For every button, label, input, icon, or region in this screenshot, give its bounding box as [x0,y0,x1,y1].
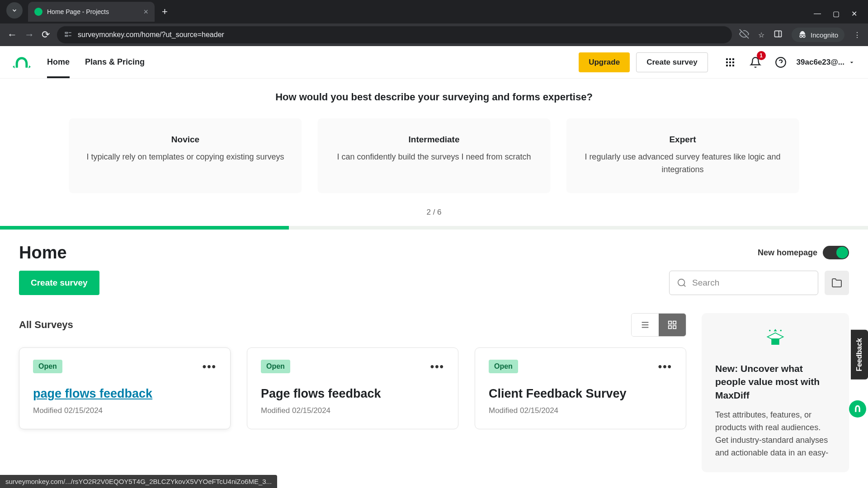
svg-rect-14 [729,61,731,63]
minimize-icon[interactable]: — [814,9,821,18]
survey-card[interactable]: Open ••• Client Feedback Survey Modified… [475,347,686,429]
tab-title: Home Page - Projects [47,8,139,15]
survey-modified: Modified 02/15/2024 [489,406,672,415]
search-icon [677,278,687,288]
promo-title: New: Uncover what people value most with… [715,362,835,402]
survey-card[interactable]: Open ••• Page flows feedback Modified 02… [247,347,458,429]
eye-off-icon[interactable] [739,29,749,41]
svg-point-7 [800,35,802,38]
survey-card[interactable]: Open ••• page flows feedback Modified 02… [19,347,231,429]
svg-rect-29 [673,326,676,328]
site-settings-icon[interactable] [64,30,72,40]
more-icon[interactable]: ••• [430,360,444,373]
svg-rect-27 [673,321,676,324]
status-badge: Open [33,360,62,373]
feedback-badge-icon[interactable] [849,400,866,418]
help-icon[interactable] [771,53,790,72]
svg-point-32 [780,330,782,332]
grid-view-button[interactable] [659,314,686,336]
maximize-icon[interactable]: ▢ [833,9,840,18]
svg-rect-10 [726,58,728,60]
forward-button[interactable]: → [24,29,34,41]
progress-bar [0,226,868,230]
svg-rect-12 [732,58,734,60]
toggle-label: New homepage [758,248,817,258]
feedback-tab[interactable]: Feedback [851,330,868,380]
create-survey-button[interactable]: Create survey [19,271,99,295]
svg-rect-0 [65,32,67,33]
bookmark-icon[interactable]: ☆ [758,31,764,39]
user-label: 39ac6e23@... [797,58,844,67]
nav-home[interactable]: Home [47,47,70,78]
svg-rect-1 [65,35,67,36]
browser-menu-icon[interactable]: ⋮ [854,31,861,39]
incognito-indicator[interactable]: Incognito [792,28,844,42]
url-text: surveymonkey.com/home/?ut_source=header [78,31,224,39]
browser-status-bar: surveymonkey.com/.../rsYO2R2V0EQOY5T4G_2… [0,475,277,488]
survey-modified: Modified 02/15/2024 [261,406,444,415]
svg-rect-15 [732,61,734,63]
back-button[interactable]: ← [7,29,17,41]
view-toggle [631,313,686,337]
folder-button[interactable] [825,271,849,295]
tab-favicon [34,8,42,16]
step-indicator: 2 / 6 [0,208,868,217]
tab-search-button[interactable] [6,2,23,19]
create-survey-button-top[interactable]: Create survey [636,52,708,72]
svg-rect-11 [729,58,731,60]
notifications-icon[interactable]: 1 [746,53,765,72]
svg-rect-28 [669,326,671,328]
promo-panel: New: Uncover what people value most with… [702,313,849,472]
apps-grid-icon[interactable] [721,53,740,72]
browser-tab[interactable]: Home Page - Projects × [28,2,155,22]
search-input[interactable]: Search [669,271,818,295]
close-tab-icon[interactable]: × [143,7,148,17]
survey-title: Client Feedback Survey [489,387,672,401]
svg-line-22 [684,285,685,286]
svg-rect-26 [669,321,671,324]
browser-titlebar: Home Page - Projects × + — ▢ ✕ [0,0,868,23]
list-view-button[interactable] [632,314,659,336]
svg-rect-30 [771,338,779,345]
svg-rect-16 [726,65,728,66]
reload-button[interactable]: ⟳ [42,29,50,41]
chevron-down-icon [848,59,855,66]
upgrade-button[interactable]: Upgrade [579,52,630,72]
status-badge: Open [261,360,290,373]
promo-icon [715,326,835,353]
sidepanel-icon[interactable] [774,29,783,40]
more-icon[interactable]: ••• [203,360,217,373]
svg-point-8 [803,35,805,38]
svg-rect-5 [775,31,782,37]
status-badge: Open [489,360,518,373]
expertise-option-expert[interactable]: Expert I regularly use advanced survey f… [566,118,799,192]
notification-badge: 1 [757,51,766,60]
svg-rect-17 [729,65,731,66]
svg-point-21 [678,279,685,286]
svg-rect-13 [726,61,728,63]
survey-title-link[interactable]: page flows feedback [33,387,217,401]
svg-rect-18 [732,65,734,66]
app-topnav: Home Plans & Pricing Upgrade Create surv… [0,46,868,79]
more-icon[interactable]: ••• [658,360,672,373]
survey-modified: Modified 02/15/2024 [33,406,217,415]
survey-title: Page flows feedback [261,387,444,401]
user-menu[interactable]: 39ac6e23@... [797,58,855,67]
close-window-icon[interactable]: ✕ [851,9,857,18]
logo[interactable] [13,55,31,70]
surveys-heading: All Surveys [19,319,73,331]
promo-description: Test attributes, features, or products w… [715,409,835,460]
new-tab-button[interactable]: + [155,6,175,18]
nav-plans-pricing[interactable]: Plans & Pricing [85,47,145,78]
progress-fill [0,226,289,230]
expertise-option-intermediate[interactable]: Intermediate I can confidently build the… [318,118,550,192]
svg-point-31 [769,330,771,332]
browser-toolbar: ← → ⟳ surveymonkey.com/home/?ut_source=h… [0,23,868,46]
address-bar[interactable]: surveymonkey.com/home/?ut_source=header [57,26,732,43]
expertise-option-novice[interactable]: Novice I typically rely on templates or … [69,118,302,192]
onboarding-panel: How would you best describe your surveyi… [0,79,868,226]
new-homepage-toggle[interactable] [823,246,849,259]
onboarding-question: How would you best describe your surveyi… [0,91,868,103]
page-title: Home [19,243,67,263]
